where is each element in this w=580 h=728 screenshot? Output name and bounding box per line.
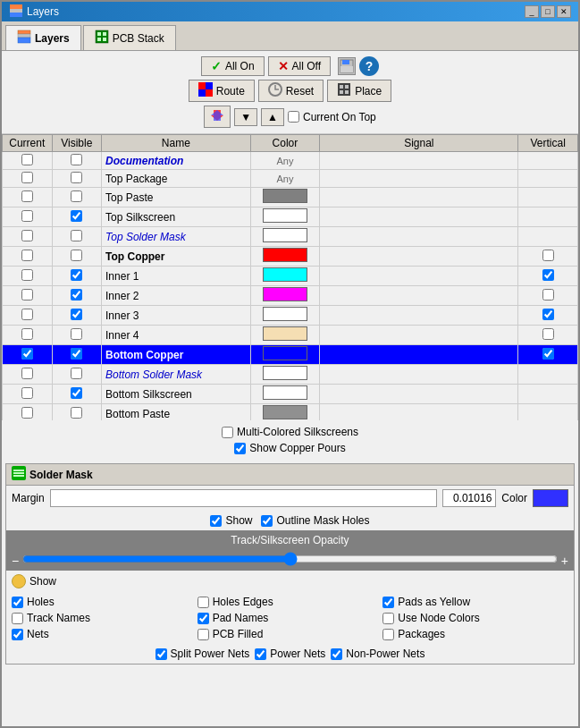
table-row[interactable]: Inner 2 (3, 286, 578, 306)
nets-checkbox[interactable] (12, 629, 23, 640)
table-row[interactable]: Bottom Solder Mask (3, 365, 578, 385)
layers-table-container[interactable]: Current Visible Name Color Signal Vertic… (2, 134, 578, 420)
visible-checkbox[interactable] (71, 230, 82, 241)
current-on-top-checkbox[interactable] (288, 111, 299, 123)
color-swatch[interactable] (263, 287, 307, 301)
color-swatch[interactable] (263, 366, 307, 380)
color-swatch[interactable] (263, 307, 307, 321)
visible-checkbox[interactable] (71, 387, 82, 399)
current-checkbox[interactable] (21, 190, 33, 202)
table-row[interactable]: Top Paste (3, 188, 578, 207)
pads-as-yellow-label[interactable]: Pads as Yellow (382, 596, 568, 608)
current-checkbox[interactable] (21, 348, 33, 360)
table-row[interactable]: Bottom Paste (3, 404, 578, 421)
table-row[interactable]: Bottom Copper (3, 345, 578, 365)
swap-arrows-button[interactable] (204, 106, 231, 128)
packages-checkbox[interactable] (382, 629, 394, 640)
vertical-checkbox[interactable] (542, 348, 554, 360)
show-checkbox-label[interactable]: Show (210, 514, 252, 527)
multi-colored-silkscreens-label[interactable]: Multi-Colored Silkscreens (222, 426, 358, 438)
packages-label[interactable]: Packages (382, 628, 568, 640)
visible-checkbox[interactable] (71, 289, 82, 301)
move-down-button[interactable]: ▼ (234, 108, 257, 126)
current-checkbox[interactable] (21, 328, 33, 340)
maximize-button[interactable]: □ (541, 5, 555, 18)
place-button[interactable]: Place (327, 80, 391, 102)
outline-mask-label[interactable]: Outline Mask Holes (261, 514, 369, 527)
show-copper-pours-label[interactable]: Show Copper Pours (234, 442, 345, 454)
holes-edges-checkbox[interactable] (198, 597, 209, 608)
minimize-button[interactable]: _ (525, 5, 539, 18)
current-checkbox[interactable] (21, 210, 33, 222)
save-button[interactable] (338, 57, 356, 75)
pcb-filled-checkbox[interactable] (198, 629, 209, 640)
vertical-checkbox[interactable] (542, 289, 554, 301)
table-row[interactable]: Bottom Silkscreen (3, 385, 578, 404)
visible-checkbox[interactable] (71, 190, 82, 202)
table-row[interactable]: DocumentationAny (3, 152, 578, 170)
current-checkbox[interactable] (21, 154, 33, 165)
tab-pcb-stack[interactable]: PCB Stack (83, 25, 176, 50)
current-checkbox[interactable] (21, 407, 33, 419)
power-nets-checkbox[interactable] (255, 648, 266, 660)
visible-checkbox[interactable] (71, 309, 82, 320)
color-swatch[interactable] (263, 248, 307, 262)
nets-label[interactable]: Nets (12, 628, 198, 640)
visible-checkbox[interactable] (71, 368, 82, 379)
show-checkbox[interactable] (210, 515, 222, 527)
color-swatch[interactable] (263, 228, 307, 242)
table-row[interactable]: Inner 1 (3, 267, 578, 286)
opacity-slider[interactable] (22, 552, 558, 566)
table-row[interactable]: Top Solder Mask (3, 227, 578, 247)
non-power-nets-checkbox[interactable] (331, 648, 342, 660)
table-row[interactable]: Inner 4 (3, 326, 578, 345)
holes-checkbox[interactable] (12, 597, 23, 608)
visible-checkbox[interactable] (71, 210, 82, 222)
current-checkbox[interactable] (21, 172, 33, 183)
all-on-button[interactable]: ✓ All On (201, 56, 265, 76)
current-checkbox[interactable] (21, 368, 33, 379)
vertical-checkbox[interactable] (542, 250, 554, 261)
color-swatch[interactable] (263, 346, 307, 360)
visible-checkbox[interactable] (71, 328, 82, 340)
track-names-label[interactable]: Track Names (12, 612, 198, 624)
split-power-nets-label[interactable]: Split Power Nets (156, 648, 250, 660)
color-swatch[interactable] (263, 189, 307, 203)
visible-checkbox[interactable] (71, 269, 82, 281)
route-button[interactable]: Route (189, 80, 255, 102)
color-swatch[interactable] (263, 405, 307, 419)
current-checkbox[interactable] (21, 269, 33, 281)
track-names-checkbox[interactable] (12, 613, 23, 624)
all-off-button[interactable]: ✕ All Off (268, 56, 331, 76)
tab-layers[interactable]: Layers (5, 25, 81, 50)
use-node-colors-label[interactable]: Use Node Colors (382, 612, 568, 624)
visible-checkbox[interactable] (71, 250, 82, 261)
holes-edges-label[interactable]: Holes Edges (198, 596, 383, 608)
pad-names-checkbox[interactable] (198, 613, 209, 624)
current-checkbox[interactable] (21, 289, 33, 301)
visible-checkbox[interactable] (71, 154, 82, 165)
outline-mask-checkbox[interactable] (261, 515, 273, 527)
use-node-colors-checkbox[interactable] (382, 613, 394, 624)
table-row[interactable]: Top Copper (3, 247, 578, 267)
close-button[interactable]: ✕ (557, 5, 571, 18)
holes-label[interactable]: Holes (12, 596, 198, 608)
current-on-top-label[interactable]: Current On Top (288, 111, 376, 123)
multi-colored-silkscreens-checkbox[interactable] (222, 427, 233, 438)
vertical-checkbox[interactable] (542, 309, 554, 320)
margin-input[interactable] (50, 489, 438, 507)
pcb-filled-label[interactable]: PCB Filled (198, 628, 383, 640)
help-button[interactable]: ? (359, 56, 379, 76)
reset-button[interactable]: Reset (258, 80, 324, 102)
visible-checkbox[interactable] (71, 348, 82, 360)
solder-mask-color-swatch[interactable] (533, 489, 568, 507)
visible-checkbox[interactable] (71, 407, 82, 419)
color-swatch[interactable] (263, 326, 307, 341)
current-checkbox[interactable] (21, 230, 33, 241)
table-row[interactable]: Top PackageAny (3, 170, 578, 188)
non-power-nets-label[interactable]: Non-Power Nets (331, 648, 424, 660)
current-checkbox[interactable] (21, 250, 33, 261)
table-row[interactable]: Inner 3 (3, 306, 578, 326)
color-swatch[interactable] (263, 385, 307, 400)
power-nets-label[interactable]: Power Nets (255, 648, 325, 660)
